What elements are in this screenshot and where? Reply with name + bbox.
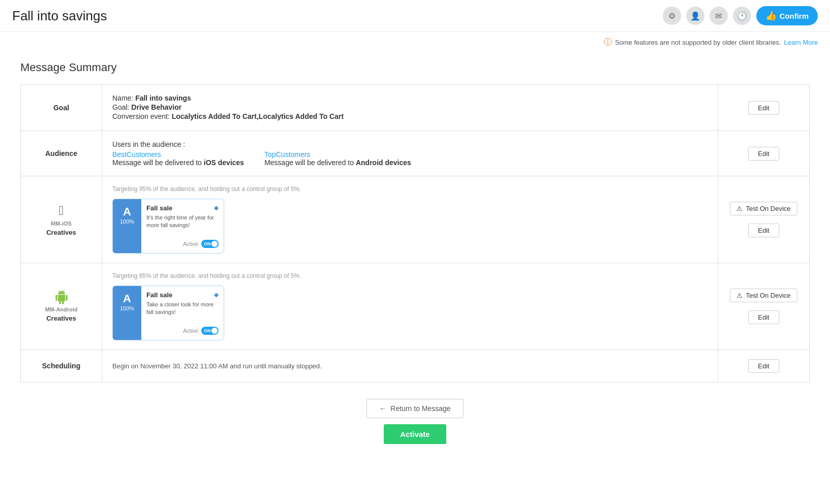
android-creative-card: A 100% Fall sale Take a closer look for … [112, 286, 224, 340]
goal-row: Goal Name: Fall into savings Goal: Drive… [21, 85, 810, 131]
android-edit-button[interactable]: Edit [748, 310, 779, 324]
summary-table: Goal Name: Fall into savings Goal: Drive… [20, 84, 810, 383]
ios-action-inner: ⚠ Test On Device Edit [728, 202, 799, 237]
learn-more-link[interactable]: Learn More [784, 39, 818, 46]
android-targeting-text: Targeting 85% of the audience, and holdi… [112, 272, 708, 279]
audience-col-left: BestCustomers Message will be delivered … [112, 150, 244, 167]
android-card-diamond: ◆ [214, 291, 219, 298]
warning-bar: ⓘ Some features are not supported by old… [0, 32, 830, 53]
android-test-icon: ⚠ [736, 292, 743, 299]
ios-label-container:  MM-iOS Creatives [31, 203, 91, 236]
top-customers-link[interactable]: TopCustomers [264, 150, 310, 159]
test-device-icon: ⚠ [736, 205, 743, 212]
settings-icon-button[interactable]: ⚙ [663, 7, 681, 25]
goal-name-prefix: Name: [112, 94, 133, 102]
activate-button[interactable]: Activate [384, 424, 446, 444]
ios-card-pct: 100% [120, 218, 134, 225]
goal-edit-button[interactable]: Edit [748, 101, 779, 115]
android-card-pct: 100% [120, 305, 134, 311]
android-label-top: MM-Android [45, 306, 77, 312]
scheduling-edit-button[interactable]: Edit [748, 359, 779, 373]
android-card-body: Fall sale Take a closer look for more fa… [141, 286, 224, 340]
bottom-actions: ← Return to Message Activate [20, 399, 810, 444]
right-platform: Android devices [356, 159, 411, 167]
clock-icon: 🕐 [737, 11, 747, 21]
warning-icon: ⓘ [604, 37, 612, 48]
gear-icon: ⚙ [668, 11, 675, 21]
user-icon-button[interactable]: 👤 [686, 7, 704, 25]
goal-content: Name: Fall into savings Goal: Drive Beha… [102, 85, 718, 131]
right-delivery-text: Message will be delivered to Android dev… [264, 159, 411, 167]
ios-edit-button[interactable]: Edit [748, 224, 779, 237]
ios-creatives-row:  MM-iOS Creatives Targeting 95% of the … [21, 176, 810, 263]
left-platform: iOS devices [204, 159, 244, 167]
ios-test-on-device-button[interactable]: ⚠ Test On Device [730, 202, 797, 215]
android-card-bar: A 100% [113, 286, 141, 340]
scheduling-content: Begin on November 30, 2022 11:00 AM and … [102, 350, 718, 382]
arrow-left-icon: ← [379, 404, 386, 413]
ios-creatives-action: ⚠ Test On Device Edit [718, 176, 810, 263]
goal-label: Goal [21, 85, 102, 131]
ios-card-title: Fall sale [146, 204, 219, 212]
header-icons: ⚙ 👤 ✉ 🕐 👍 Confirm [663, 6, 818, 25]
header: Fall into savings ⚙ 👤 ✉ 🕐 👍 Confirm [0, 0, 830, 32]
android-icon [54, 290, 69, 304]
ios-card-bar: A 100% [113, 199, 141, 253]
return-to-message-button[interactable]: ← Return to Message [366, 399, 463, 418]
android-card-footer: Active ON [146, 327, 219, 335]
audience-action: Edit [718, 131, 810, 176]
android-creatives-action: ⚠ Test On Device Edit [718, 263, 810, 350]
android-creatives-row: MM-Android Creatives Targeting 85% of th… [21, 263, 810, 350]
goal-conversion-prefix: Conversion event: [112, 112, 170, 120]
goal-action: Edit [718, 85, 810, 131]
message-icon-button[interactable]: ✉ [710, 7, 728, 25]
audience-edit-button[interactable]: Edit [748, 147, 779, 161]
ios-creatives-content: Targeting 95% of the audience, and holdi… [102, 176, 718, 263]
scheduling-text: Begin on November 30, 2022 11:00 AM and … [112, 362, 322, 370]
android-toggle[interactable]: ON [201, 327, 219, 335]
android-creatives-label: MM-Android Creatives [21, 263, 102, 350]
ios-card-letter: A [123, 205, 131, 218]
message-icon: ✉ [715, 11, 722, 21]
confirm-label: Confirm [780, 12, 809, 20]
goal-goal-value: Drive Behavior [131, 103, 181, 111]
scheduling-action: Edit [718, 350, 810, 382]
scheduling-row: Scheduling Begin on November 30, 2022 11… [21, 350, 810, 382]
android-action-inner: ⚠ Test On Device Edit [728, 289, 799, 324]
page-title: Fall into savings [12, 8, 107, 24]
android-card-title: Fall sale [146, 291, 219, 299]
ios-card-body: Fall sale It's the right time of year fo… [141, 199, 224, 253]
confirm-button[interactable]: 👍 Confirm [756, 6, 818, 25]
ios-toggle-knob [211, 241, 218, 247]
left-delivery-text: Message will be delivered to iOS devices [112, 159, 244, 167]
ios-label-bottom: Creatives [46, 229, 76, 236]
ios-active-label: Active [183, 241, 198, 247]
android-card-subtitle: Take a closer look for more fall savings… [146, 301, 219, 317]
ios-creatives-label:  MM-iOS Creatives [21, 176, 102, 263]
page-subtitle: Message Summary [20, 53, 810, 74]
warning-text: Some features are not supported by older… [615, 39, 781, 46]
audience-grid: BestCustomers Message will be delivered … [112, 150, 708, 167]
audience-label: Audience [21, 131, 102, 176]
clock-icon-button[interactable]: 🕐 [733, 7, 751, 25]
ios-card-subtitle: It's the right time of year for more fal… [146, 214, 219, 230]
goal-conversion-line: Conversion event: Localytics Added To Ca… [112, 112, 708, 120]
ios-creative-card: A 100% Fall sale It's the right time of … [112, 199, 224, 254]
android-toggle-text: ON [204, 328, 211, 333]
page-content: Message Summary Goal Name: Fall into sav… [0, 53, 830, 464]
goal-conversion-value: Localytics Added To Cart,Localytics Adde… [172, 112, 344, 120]
best-customers-link[interactable]: BestCustomers [112, 150, 161, 159]
android-label-bottom: Creatives [46, 314, 76, 322]
user-icon: 👤 [690, 11, 700, 21]
scheduling-label: Scheduling [21, 350, 102, 382]
ios-card-diamond: ◆ [214, 204, 219, 211]
audience-users-label: Users in the audience : [112, 140, 708, 148]
ios-toggle[interactable]: ON [201, 240, 219, 248]
audience-row: Audience Users in the audience : BestCus… [21, 131, 810, 176]
android-test-on-device-button[interactable]: ⚠ Test On Device [730, 289, 797, 302]
ios-toggle-text: ON [204, 241, 211, 246]
goal-goal-prefix: Goal: [112, 103, 129, 111]
audience-content: Users in the audience : BestCustomers Me… [102, 131, 718, 176]
android-creatives-content: Targeting 85% of the audience, and holdi… [102, 263, 718, 350]
goal-name-line: Name: Fall into savings [112, 94, 708, 102]
